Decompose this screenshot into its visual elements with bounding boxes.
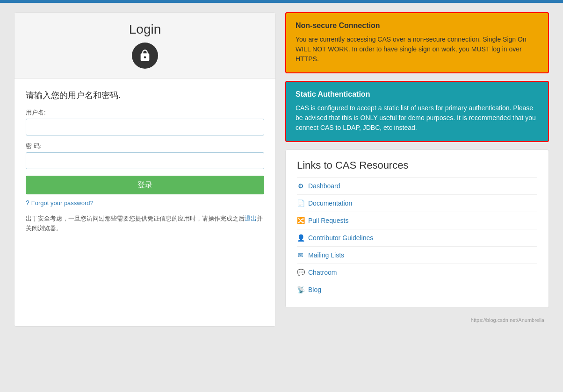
link-dashboard[interactable]: Dashboard: [308, 182, 340, 190]
list-item: 💬 Chatroom: [297, 264, 537, 281]
forgot-password-link[interactable]: Forgot your password?: [31, 200, 94, 207]
login-header: Login: [14, 13, 275, 78]
password-field: 密 码:: [26, 142, 264, 169]
login-title: Login: [24, 22, 266, 37]
link-blog[interactable]: Blog: [308, 286, 321, 293]
right-panel: Non-secure Connection You are currently …: [285, 12, 549, 327]
login-panel: Login 请输入您的用户名和密码. 用户名: 密 码: 登录 ? Forgot…: [14, 12, 276, 327]
username-input[interactable]: [26, 119, 264, 135]
link-documentation[interactable]: Documentation: [308, 200, 352, 207]
non-secure-body: You are currently accessing CAS over a n…: [296, 35, 539, 64]
non-secure-alert: Non-secure Connection You are currently …: [285, 12, 549, 73]
links-title: Links to CAS Resources: [297, 159, 537, 171]
username-label: 用户名:: [26, 108, 264, 117]
security-notice: 出于安全考虑，一旦您访问过那些需要您提供凭证信息的应用时，请操作完成之后退出并关…: [26, 214, 264, 234]
forgot-password-row: ? Forgot your password?: [26, 199, 264, 207]
question-icon: ?: [26, 199, 29, 207]
non-secure-title: Non-secure Connection: [296, 21, 539, 30]
links-list: ⚙ Dashboard 📄 Documentation 🔀 Pull Reque…: [297, 177, 537, 298]
link-chatroom[interactable]: Chatroom: [308, 269, 337, 276]
list-item: 👤 Contributor Guidelines: [297, 229, 537, 246]
link-icon-6: 📡: [297, 286, 304, 293]
login-form-body: 请输入您的用户名和密码. 用户名: 密 码: 登录 ? Forgot your …: [14, 78, 275, 248]
link-contributor-guidelines[interactable]: Contributor Guidelines: [308, 234, 373, 242]
static-auth-title: Static Authentication: [296, 90, 539, 99]
link-icon-2: 🔀: [297, 217, 304, 224]
lock-icon: [132, 43, 158, 69]
static-auth-alert: Static Authentication CAS is configured …: [285, 81, 549, 142]
login-button[interactable]: 登录: [26, 176, 264, 194]
static-auth-body: CAS is configured to accept a static lis…: [296, 103, 539, 133]
link-icon-5: 💬: [297, 269, 304, 276]
username-field: 用户名:: [26, 108, 264, 135]
page-wrapper: Login 请输入您的用户名和密码. 用户名: 密 码: 登录 ? Forgot…: [0, 3, 563, 336]
link-mailing-lists[interactable]: Mailing Lists: [308, 251, 344, 259]
list-item: 📄 Documentation: [297, 194, 537, 212]
logout-link[interactable]: 退出: [245, 215, 257, 222]
watermark: https://blog.csdn.net/Anumbrella: [285, 315, 549, 327]
link-pull-requests[interactable]: Pull Requests: [308, 217, 348, 224]
links-section: Links to CAS Resources ⚙ Dashboard 📄 Doc…: [285, 150, 549, 308]
link-icon-0: ⚙: [297, 182, 304, 190]
list-item: ✉ Mailing Lists: [297, 246, 537, 264]
password-input[interactable]: [26, 152, 264, 169]
link-icon-4: ✉: [297, 251, 304, 259]
link-icon-3: 👤: [297, 234, 304, 242]
form-subtitle: 请输入您的用户名和密码.: [26, 90, 264, 101]
password-label: 密 码:: [26, 142, 264, 150]
list-item: ⚙ Dashboard: [297, 177, 537, 194]
list-item: 🔀 Pull Requests: [297, 212, 537, 229]
list-item: 📡 Blog: [297, 281, 537, 298]
link-icon-1: 📄: [297, 200, 304, 207]
